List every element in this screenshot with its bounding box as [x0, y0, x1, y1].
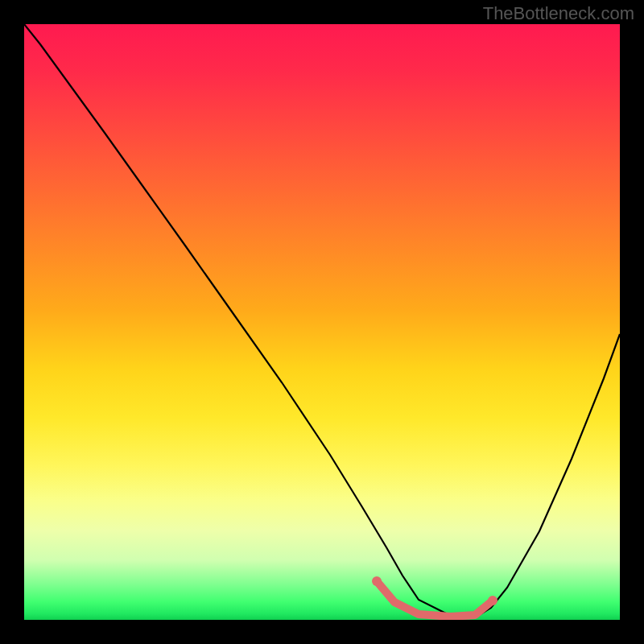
watermark-text: TheBottleneck.com — [483, 3, 634, 24]
highlight-end-dot — [488, 596, 497, 605]
curve-layer — [24, 24, 620, 620]
highlight-start-dot — [372, 576, 382, 586]
highlight-segment — [377, 581, 493, 617]
plot-area — [24, 24, 620, 620]
bottleneck-curve — [24, 24, 620, 617]
